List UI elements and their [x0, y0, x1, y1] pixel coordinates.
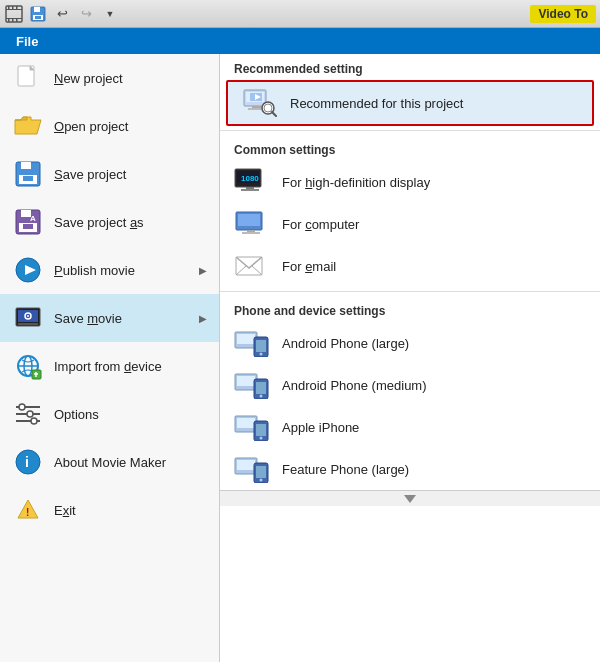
for-email-item[interactable]: For email: [220, 245, 600, 287]
film-strip-icon[interactable]: [4, 4, 24, 24]
svg-rect-52: [252, 106, 262, 108]
menu-item-save-project-as[interactable]: A Save project as: [0, 198, 219, 246]
menu-bar: File: [0, 28, 600, 54]
menu-item-new-project[interactable]: New project: [0, 54, 219, 102]
svg-rect-65: [238, 214, 260, 226]
about-label: About Movie Maker: [54, 455, 207, 470]
high-definition-label: For high-definition display: [282, 175, 430, 190]
android-medium-label: Android Phone (medium): [282, 378, 427, 393]
save-project-icon: [12, 158, 44, 190]
save-icon[interactable]: [28, 4, 48, 24]
for-computer-item[interactable]: For computer: [220, 203, 600, 245]
title-bar: ↩ ↪ ▼ Video To: [0, 0, 600, 28]
svg-rect-8: [16, 19, 18, 22]
feature-phone-large-icon: [234, 455, 270, 483]
menu-item-options[interactable]: Options: [0, 390, 219, 438]
file-menu[interactable]: File: [6, 31, 48, 52]
svg-rect-2: [6, 18, 22, 19]
import-from-device-label: Import from device: [54, 359, 207, 374]
svg-rect-79: [256, 382, 266, 394]
svg-rect-62: [246, 187, 254, 189]
apple-iphone-label: Apple iPhone: [282, 420, 359, 435]
quick-access-dropdown-icon[interactable]: ▼: [100, 4, 120, 24]
save-project-as-label: Save project as: [54, 215, 207, 230]
publish-movie-arrow: ▶: [199, 265, 207, 276]
svg-point-43: [19, 404, 25, 410]
svg-point-33: [27, 315, 29, 317]
menu-item-about[interactable]: i About Movie Maker: [0, 438, 219, 486]
android-large-label: Android Phone (large): [282, 336, 409, 351]
save-project-label: Save project: [54, 167, 207, 182]
redo-icon[interactable]: ↪: [76, 4, 96, 24]
svg-rect-87: [237, 460, 255, 470]
svg-rect-63: [241, 189, 259, 191]
feature-phone-large-item[interactable]: Feature Phone (large): [220, 448, 600, 490]
svg-rect-3: [8, 6, 10, 9]
svg-rect-7: [12, 19, 14, 22]
options-icon: [12, 398, 44, 430]
menu-item-open-project[interactable]: Open project: [0, 102, 219, 150]
svg-rect-21: [23, 176, 33, 181]
save-movie-arrow: ▶: [199, 313, 207, 324]
svg-point-44: [27, 411, 33, 417]
svg-point-45: [31, 418, 37, 424]
recommended-setting-header: Recommended setting: [220, 54, 600, 80]
svg-rect-67: [242, 232, 260, 234]
new-project-icon: [12, 62, 44, 94]
save-movie-label: Save movie: [54, 311, 189, 326]
computer-icon: [234, 210, 270, 238]
android-medium-item[interactable]: Android Phone (medium): [220, 364, 600, 406]
svg-text:1080: 1080: [241, 174, 259, 183]
svg-rect-84: [256, 424, 266, 436]
menu-item-publish-movie[interactable]: Publish movie ▶: [0, 246, 219, 294]
svg-point-75: [260, 353, 263, 356]
exit-label: Exit: [54, 503, 207, 518]
svg-marker-91: [404, 495, 416, 503]
svg-rect-77: [237, 376, 255, 386]
undo-icon[interactable]: ↩: [52, 4, 72, 24]
save-movie-icon: [12, 302, 44, 334]
android-large-item[interactable]: Android Phone (large): [220, 322, 600, 364]
svg-rect-19: [21, 162, 31, 169]
left-panel: New project Open project S: [0, 54, 220, 662]
apple-iphone-icon: [234, 413, 270, 441]
svg-rect-74: [256, 340, 266, 352]
android-large-icon: [234, 329, 270, 357]
svg-text:i: i: [25, 454, 29, 470]
high-definition-item[interactable]: 1080 For high-definition display: [220, 161, 600, 203]
menu-item-save-movie[interactable]: Save movie ▶: [0, 294, 219, 342]
svg-rect-4: [12, 6, 14, 9]
svg-line-56: [272, 112, 276, 116]
apple-iphone-item[interactable]: Apple iPhone: [220, 406, 600, 448]
for-computer-label: For computer: [282, 217, 359, 232]
divider-2: [220, 291, 600, 292]
exit-icon: !: [12, 494, 44, 526]
email-icon: [234, 252, 270, 280]
svg-rect-12: [35, 16, 41, 19]
svg-rect-1: [6, 9, 22, 10]
svg-rect-31: [18, 323, 38, 325]
svg-point-85: [260, 437, 263, 440]
phone-device-header: Phone and device settings: [220, 296, 600, 322]
svg-rect-25: [23, 224, 33, 229]
menu-item-import-from-device[interactable]: Import from device: [0, 342, 219, 390]
new-project-label: New project: [54, 71, 207, 86]
svg-rect-10: [34, 7, 40, 12]
main-content: New project Open project S: [0, 54, 600, 662]
common-settings-header: Common settings: [220, 135, 600, 161]
svg-marker-17: [15, 117, 27, 120]
menu-item-save-project[interactable]: Save project: [0, 150, 219, 198]
menu-item-exit[interactable]: ! Exit: [0, 486, 219, 534]
scroll-bottom-indicator[interactable]: [220, 490, 600, 506]
right-panel: Recommended setting Recommende: [220, 54, 600, 662]
svg-rect-66: [247, 230, 255, 232]
feature-phone-large-label: Feature Phone (large): [282, 462, 409, 477]
open-project-label: Open project: [54, 119, 207, 134]
divider-1: [220, 130, 600, 131]
svg-text:A: A: [30, 214, 36, 223]
open-project-icon: [12, 110, 44, 142]
recommended-for-project-item[interactable]: Recommended for this project: [226, 80, 594, 126]
android-medium-icon: [234, 371, 270, 399]
svg-rect-6: [8, 19, 10, 22]
publish-movie-label: Publish movie: [54, 263, 189, 278]
